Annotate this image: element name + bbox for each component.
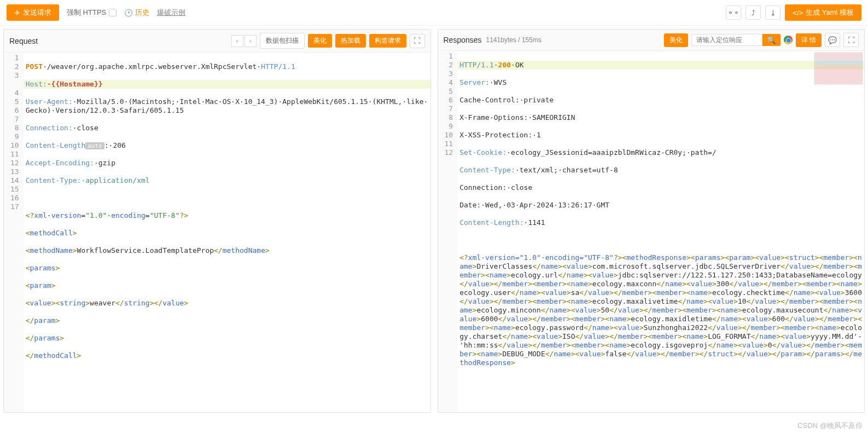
gen-yaml-button[interactable]: </> 生成 Yaml 模板 — [785, 4, 861, 21]
search-icon: 🔍 — [767, 36, 776, 44]
expand-button[interactable]: ⛶ — [410, 34, 425, 48]
share-button[interactable]: ⚬⚬ — [726, 5, 741, 20]
detail-button[interactable]: 详 情 — [796, 33, 822, 47]
search-input[interactable] — [691, 34, 762, 46]
response-title: Responses — [444, 36, 482, 44]
demo-link[interactable]: 爆破示例 — [157, 8, 185, 18]
download-icon: ⤓ — [770, 9, 776, 17]
download-button[interactable]: ⤓ — [765, 5, 780, 20]
prev-button[interactable]: ‹ — [231, 35, 243, 47]
history-link[interactable]: 🕑 历史 — [124, 8, 149, 18]
request-gutter: 123 4567891011121314151617 — [4, 53, 24, 412]
request-body: POST·/weaver/org.apache.xmlrpc.webserver… — [24, 53, 430, 412]
code-icon: </> — [793, 9, 803, 17]
construct-button[interactable]: 构造请求 — [369, 34, 406, 48]
response-body: HTTP/1.1·200·OK Server:·WVS Cache-Contro… — [457, 51, 864, 412]
minimap[interactable] — [814, 52, 863, 85]
response-stats: 1141bytes / 155ms — [486, 36, 541, 44]
force-https-label: 强制 HTTPS — [67, 8, 106, 18]
send-request-button[interactable]: ✈ 发送请求 — [7, 4, 59, 21]
response-gutter: 123456789101112 — [438, 51, 458, 412]
chrome-icon[interactable] — [784, 36, 793, 44]
search-button[interactable]: 🔍 — [762, 34, 780, 46]
response-code[interactable]: 123456789101112 HTTP/1.1·200·OK Server:·… — [438, 51, 865, 412]
clock-icon: 🕑 — [124, 9, 133, 17]
checkbox-icon — [109, 9, 116, 16]
send-label: 发送请求 — [23, 8, 51, 18]
share-icon: ⚬⚬ — [727, 9, 739, 17]
comment-button[interactable]: 💬 — [825, 33, 840, 47]
response-panel: Responses 1141bytes / 155ms 美化 🔍 详 情 💬 ⛶… — [438, 29, 865, 413]
export-button[interactable]: ⤴ — [745, 5, 761, 20]
export-icon: ⤴ — [752, 9, 755, 17]
history-label: 历史 — [135, 8, 149, 18]
top-bar: ✈ 发送请求 强制 HTTPS 🕑 历史 爆破示例 ⚬⚬ ⤴ ⤓ </> 生成 … — [0, 0, 868, 26]
request-panel: Request ‹ › 数据包扫描 美化 热加载 构造请求 ⛶ 123 4567… — [3, 29, 431, 413]
request-code[interactable]: 123 4567891011121314151617 POST·/weaver/… — [4, 53, 430, 412]
hotload-button[interactable]: 热加载 — [335, 34, 366, 48]
request-header: Request ‹ › 数据包扫描 美化 热加载 构造请求 ⛶ — [4, 30, 430, 53]
response-header: Responses 1141bytes / 155ms 美化 🔍 详 情 💬 ⛶ — [438, 30, 865, 51]
beautify-button[interactable]: 美化 — [308, 34, 332, 48]
search-box: 🔍 — [691, 34, 780, 46]
gen-yaml-label: 生成 Yaml 模板 — [806, 8, 854, 18]
send-icon: ✈ — [14, 9, 20, 17]
panels: Request ‹ › 数据包扫描 美化 热加载 构造请求 ⛶ 123 4567… — [0, 26, 868, 416]
request-title: Request — [9, 37, 38, 45]
resp-beautify-button[interactable]: 美化 — [664, 33, 688, 47]
next-button[interactable]: › — [244, 35, 257, 47]
scan-button[interactable]: 数据包扫描 — [260, 33, 305, 49]
force-https-checkbox[interactable]: 强制 HTTPS — [67, 8, 116, 18]
resp-expand-button[interactable]: ⛶ — [843, 33, 859, 47]
